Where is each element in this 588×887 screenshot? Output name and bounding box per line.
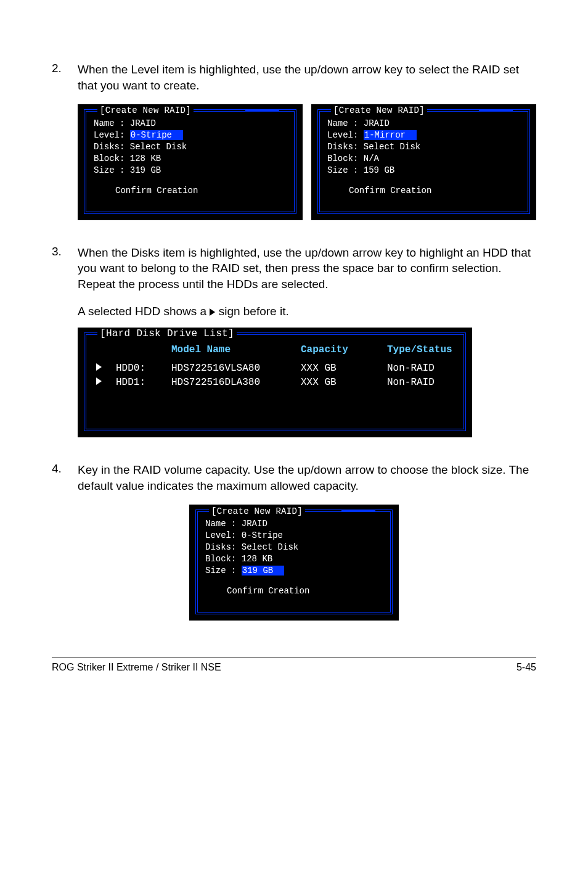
- disk-id: HDD0:: [116, 362, 171, 376]
- disk-model: HDS722516VLSA80: [171, 362, 301, 376]
- disk-row[interactable]: HDD0: HDS722516VLSA80 XXX GB Non-RAID: [96, 362, 454, 376]
- note-pre: A selected HDD shows a: [78, 305, 210, 318]
- note-post: sign before it.: [215, 305, 288, 318]
- disk-id: HDD1:: [116, 376, 171, 390]
- field-level-value[interactable]: 0-Stripe: [130, 130, 183, 140]
- disk-model: HDS722516DLA380: [171, 376, 301, 390]
- terminal-panel-size: [Create New RAID] Name : JRAID Level: 0-…: [189, 505, 399, 620]
- terminal-panel-left: [Create New RAID] Name : JRAID Level: 0-…: [78, 104, 303, 220]
- terminal-panel-right: [Create New RAID] Name : JRAID Level: 1-…: [311, 104, 536, 220]
- step-text: When the Level item is highlighted, use …: [78, 62, 536, 93]
- footer-left: ROG Striker II Extreme / Striker II NSE: [52, 662, 221, 673]
- disk-list-header: Model Name Capacity Type/Status: [116, 344, 454, 357]
- field-disks: Disks: Select Disk: [94, 142, 187, 152]
- field-disks: Disks: Select Disk: [327, 142, 420, 152]
- field-block: Block: 128 KB: [205, 554, 272, 564]
- confirm-creation[interactable]: Confirm Creation: [227, 586, 309, 596]
- field-level-label: Level:: [327, 130, 364, 140]
- step-number: 4.: [52, 462, 78, 493]
- field-level-label: Level:: [94, 130, 130, 140]
- panel-title-rule: [245, 110, 279, 111]
- field-size-value[interactable]: 319 GB: [242, 566, 284, 576]
- panel-title: [Hard Disk Drive List]: [97, 328, 237, 341]
- step-3: 3. When the Disks item is highlighted, u…: [52, 245, 536, 292]
- footer-right: 5-45: [517, 662, 536, 673]
- field-block: Block: N/A: [327, 154, 379, 163]
- step-2: 2. When the Level item is highlighted, u…: [52, 62, 536, 93]
- selected-icon: [96, 363, 102, 371]
- step-4: 4. Key in the RAID volume capacity. Use …: [52, 462, 536, 493]
- panel-title: [Create New RAID]: [331, 105, 427, 117]
- field-size: Size : 319 GB: [94, 165, 161, 175]
- panel-title-rule: [479, 110, 513, 111]
- field-block: Block: 128 KB: [94, 154, 161, 163]
- col-type: Type/Status: [387, 344, 454, 357]
- step-number: 3.: [52, 245, 78, 292]
- field-name: Name : JRAID: [94, 118, 156, 128]
- step-3-note: A selected HDD shows a sign before it.: [78, 303, 536, 320]
- field-size: Size : 159 GB: [327, 165, 394, 175]
- col-capacity: Capacity: [301, 344, 387, 357]
- field-name: Name : JRAID: [205, 519, 267, 529]
- field-level: Level: 0-Stripe: [205, 530, 283, 540]
- disk-row[interactable]: HDD1: HDS722516DLA380 XXX GB Non-RAID: [96, 376, 454, 390]
- panels-row: [Create New RAID] Name : JRAID Level: 0-…: [78, 104, 536, 220]
- disk-list-panel: [Hard Disk Drive List] Model Name Capaci…: [78, 328, 472, 437]
- panel-title-rule: [341, 510, 375, 511]
- panel-title: [Create New RAID]: [97, 105, 194, 117]
- field-size-label: Size :: [205, 566, 242, 576]
- page-footer: ROG Striker II Extreme / Striker II NSE …: [52, 662, 536, 698]
- step-number: 2.: [52, 62, 78, 93]
- col-model: Model Name: [171, 344, 301, 357]
- disk-type: Non-RAID: [387, 362, 454, 376]
- confirm-creation[interactable]: Confirm Creation: [349, 186, 431, 196]
- disk-type: Non-RAID: [387, 376, 454, 390]
- panel-title: [Create New RAID]: [209, 506, 305, 518]
- selected-icon: [96, 377, 102, 385]
- disk-capacity: XXX GB: [301, 376, 387, 390]
- field-disks: Disks: Select Disk: [205, 542, 298, 552]
- step-text: Key in the RAID volume capacity. Use the…: [78, 462, 536, 493]
- step-text: When the Disks item is highlighted, use …: [78, 245, 536, 292]
- field-level-value[interactable]: 1-Mirror: [364, 130, 417, 140]
- footer-divider: [52, 658, 536, 658]
- field-name: Name : JRAID: [327, 118, 390, 128]
- confirm-creation[interactable]: Confirm Creation: [115, 186, 198, 196]
- disk-capacity: XXX GB: [301, 362, 387, 376]
